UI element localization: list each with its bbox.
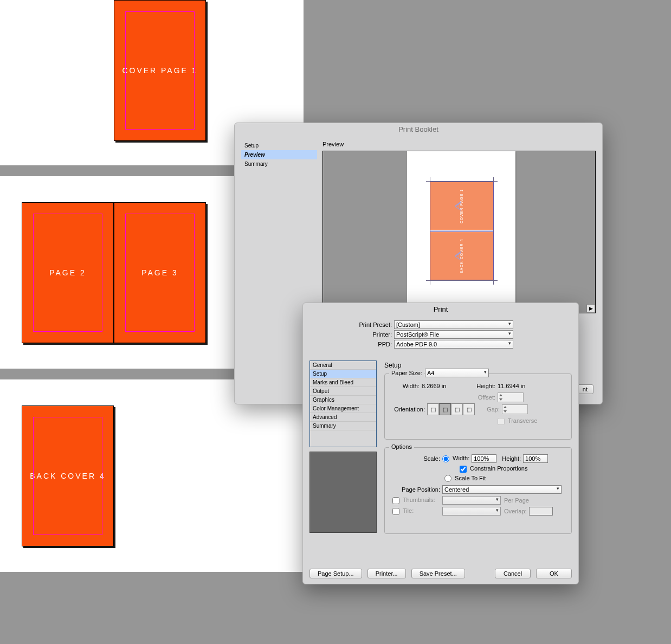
print-preset-select[interactable]: [Custom]: [394, 320, 513, 329]
orientation-landscape-icon[interactable]: ⬚: [439, 403, 451, 415]
booklet-preview-page-1: COVER PAGE 1 A: [430, 182, 494, 230]
cat-item-marks[interactable]: Marks and Bleed: [310, 378, 376, 387]
tile-select: [442, 507, 501, 516]
print-thumbnail-preview: [309, 452, 377, 533]
print-dialog-footer: Page Setup... Printer... Save Preset... …: [309, 569, 572, 578]
orientation-portrait-icon[interactable]: ⬚: [427, 403, 439, 415]
print-category-list: General Setup Marks and Bleed Output Gra…: [309, 360, 377, 447]
offset-label: Offset:: [390, 394, 498, 401]
page-position-label: Page Position:: [390, 486, 442, 493]
ppd-label: PPD:: [318, 341, 394, 347]
print-button-hidden[interactable]: nt: [577, 384, 593, 394]
setup-width-label: Width:: [390, 383, 422, 389]
cat-item-advanced[interactable]: Advanced: [310, 413, 376, 422]
cat-item-setup[interactable]: Setup: [310, 370, 376, 378]
scale-to-fit-radio[interactable]: Scale To Fit: [444, 475, 486, 482]
cat-item-summary[interactable]: Summary: [310, 422, 376, 430]
thumbnails-select: [442, 496, 501, 505]
paper-size-label: Paper Size:: [389, 370, 424, 376]
page-margin: [33, 417, 102, 535]
scale-height-label: Height:: [502, 455, 521, 462]
print-dialog[interactable]: Print Print Preset: [Custom] Printer: Po…: [302, 302, 579, 584]
booklet-preview-panel: Preview COVER PAGE 1 A BACK COVER 4 A ▶: [322, 141, 596, 313]
page-3[interactable]: PAGE 3: [114, 202, 206, 343]
booklet-side-list: Setup Preview Summary: [241, 141, 317, 313]
section-setup-heading: Setup: [384, 362, 572, 369]
offset-stepper: [498, 392, 524, 402]
gap-label: Gap:: [478, 406, 502, 413]
ok-button[interactable]: OK: [536, 569, 572, 578]
booklet-preview-page-2: BACK COVER 4 A: [430, 231, 494, 280]
orientation-label: Orientation:: [390, 406, 427, 413]
preview-title: Preview: [322, 141, 596, 147]
scale-label: Scale:: [390, 455, 442, 462]
printer-label: Printer:: [318, 331, 394, 338]
cancel-button[interactable]: Cancel: [495, 569, 531, 578]
side-item-preview[interactable]: Preview: [241, 150, 317, 159]
print-preset-label: Print Preset:: [318, 321, 394, 328]
tile-checkbox[interactable]: Tile:: [390, 507, 442, 515]
cat-item-colormgmt[interactable]: Color Management: [310, 404, 376, 413]
dialog-title: Print Booklet: [235, 123, 602, 136]
cat-item-graphics[interactable]: Graphics: [310, 396, 376, 404]
setup-height-value: 11.6944 in: [498, 383, 525, 389]
page-2[interactable]: PAGE 2: [22, 202, 114, 343]
crop-mark: [426, 280, 498, 281]
options-group-title: Options: [389, 443, 414, 450]
paper-size-select[interactable]: A4: [425, 369, 489, 377]
scale-width-input[interactable]: [472, 454, 496, 463]
gap-stepper: [502, 404, 528, 414]
options-group: Options Scale: Width: Height: Constrain …: [384, 447, 572, 534]
page-cover-1[interactable]: COVER PAGE 1: [114, 0, 206, 141]
overlap-input: [529, 507, 553, 516]
side-item-setup[interactable]: Setup: [241, 141, 317, 150]
page-setup-button[interactable]: Page Setup...: [309, 569, 362, 578]
orientation-reverse-landscape-icon[interactable]: ⬚: [463, 403, 475, 415]
transverse-checkbox: Transverse: [498, 417, 537, 425]
scale-width-radio[interactable]: Width:: [442, 455, 469, 462]
page-back-cover-4[interactable]: BACK COVER 4: [22, 405, 114, 546]
watermark-icon: A: [454, 248, 463, 262]
cat-item-general[interactable]: General: [310, 361, 376, 370]
page-margin: [125, 214, 195, 332]
page-position-select[interactable]: Centered: [442, 485, 562, 494]
orientation-reverse-portrait-icon[interactable]: ⬚: [451, 403, 463, 415]
thumbnails-checkbox[interactable]: Thumbnails:: [390, 497, 442, 504]
ppd-select[interactable]: Adobe PDF 9.0: [394, 340, 513, 349]
save-preset-button[interactable]: Save Preset...: [411, 569, 465, 578]
scroll-right-button[interactable]: ▶: [586, 304, 595, 313]
page-margin: [33, 214, 102, 332]
printer-button[interactable]: Printer...: [367, 569, 406, 578]
dialog-title: Print: [303, 303, 578, 315]
per-page-label: Per Page: [504, 497, 529, 504]
side-item-summary[interactable]: Summary: [241, 159, 317, 169]
paper-size-group: Paper Size: A4 Width: 8.2669 in Height: …: [384, 373, 572, 440]
overlap-label: Overlap:: [504, 508, 527, 514]
setup-width-value: 8.2669 in: [422, 383, 467, 389]
cat-item-output[interactable]: Output: [310, 387, 376, 396]
preview-canvas[interactable]: COVER PAGE 1 A BACK COVER 4 A ▶: [322, 151, 596, 313]
page-margin: [125, 11, 195, 130]
watermark-icon: A: [454, 198, 463, 212]
scale-height-input[interactable]: [523, 454, 548, 463]
constrain-proportions-checkbox[interactable]: Constrain Proportions: [460, 465, 527, 473]
printer-select[interactable]: PostScript® File: [394, 330, 513, 339]
setup-height-label: Height:: [467, 383, 498, 389]
